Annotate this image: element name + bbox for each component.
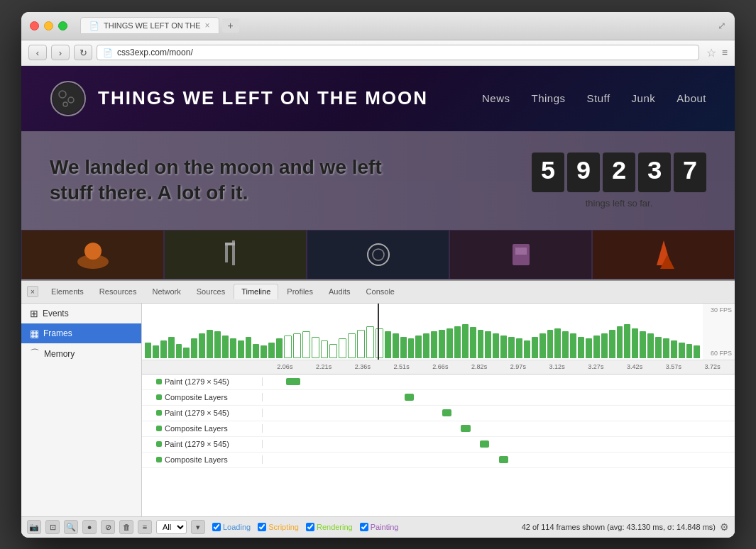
scripting-filter-label[interactable]: Scripting [258, 523, 299, 531]
counter-digit-4: 3 [638, 152, 671, 192]
event-color-dot-3 [156, 410, 162, 416]
event-color-dot-2 [156, 394, 162, 400]
thumbnail-2[interactable] [164, 230, 307, 279]
tab-elements[interactable]: Elements [44, 284, 91, 299]
bookmark-star-icon[interactable]: ☆ [706, 46, 716, 60]
traffic-lights [30, 21, 67, 30]
filter-dropdown-button[interactable]: ▾ [191, 520, 205, 534]
forward-button[interactable]: › [51, 45, 70, 60]
fps-bar [230, 338, 236, 358]
fps-bar [655, 337, 662, 358]
fps-bar [207, 330, 213, 358]
nav-link-news[interactable]: News [482, 92, 510, 104]
ruler-tick-2: 2.21s [305, 363, 344, 370]
browser-tab[interactable]: 📄 THINGS WE LEFT ON THE × [80, 17, 219, 34]
svg-point-10 [368, 244, 389, 265]
sidebar-item-memory[interactable]: ⌒ Memory [21, 343, 141, 365]
nav-link-about[interactable]: About [676, 92, 706, 104]
logo-area: THINGS WE LEFT ON THE MOON [50, 80, 428, 117]
nav-bar: ‹ › ↻ 📄 css3exp.com/moon/ ☆ ≡ [21, 40, 735, 66]
record-screenshot-button[interactable]: 📷 [27, 520, 41, 534]
tab-console[interactable]: Console [359, 284, 402, 299]
loading-filter-label[interactable]: Loading [212, 523, 251, 531]
fps-bar [302, 331, 310, 358]
event-label-4: Composite Layers [142, 424, 263, 433]
thumbnail-1[interactable] [21, 230, 164, 279]
table-row: Composite Layers [142, 421, 735, 437]
fps-bar [238, 340, 244, 358]
minimize-traffic-light[interactable] [44, 21, 53, 30]
fps-bar [312, 337, 319, 358]
timeline-events-list: Paint (1279 × 545) Composite Layers [142, 375, 735, 516]
scripting-checkbox[interactable] [258, 523, 266, 531]
sidebar-item-frames[interactable]: ▦ Frames [21, 323, 141, 343]
fps-bar [586, 338, 592, 358]
tab-title: THINGS WE LEFT ON THE [104, 21, 201, 30]
search-button[interactable]: 🔍 [64, 520, 78, 534]
fps-bar [671, 340, 677, 358]
record-button[interactable]: ● [82, 520, 97, 534]
url-bar[interactable]: 📄 css3exp.com/moon/ [97, 45, 699, 60]
back-button[interactable]: ‹ [28, 45, 47, 60]
event-color-dot-4 [156, 426, 162, 431]
painting-filter-label[interactable]: Painting [360, 523, 399, 531]
svg-point-11 [373, 249, 384, 260]
event-color-dot-6 [156, 457, 162, 462]
devtools-close-button[interactable]: × [27, 286, 38, 297]
rendering-filter-label[interactable]: Rendering [306, 523, 353, 531]
fps-bar [376, 328, 383, 358]
fps-bar [679, 343, 685, 358]
loading-checkbox[interactable] [212, 523, 221, 531]
event-label-1: Paint (1279 × 545) [142, 377, 263, 386]
title-bar: 📄 THINGS WE LEFT ON THE × + ⤢ [21, 12, 735, 40]
thumbnail-3[interactable] [307, 230, 449, 279]
fps-bar [284, 336, 292, 358]
close-traffic-light[interactable] [30, 21, 39, 30]
sidebar-item-events[interactable]: ⊞ Events [21, 304, 141, 323]
ruler-tick-8: 3.12s [537, 363, 576, 370]
rendering-checkbox[interactable] [306, 523, 314, 531]
new-tab-button[interactable]: + [222, 18, 239, 33]
maximize-traffic-light[interactable] [58, 21, 67, 30]
frames-status-text: 42 of 114 frames shown (avg: 43.130 ms, … [522, 523, 716, 531]
filter-select[interactable]: All [156, 520, 187, 534]
tab-icon: 📄 [89, 21, 99, 30]
tab-profiles[interactable]: Profiles [280, 284, 320, 299]
hero-text: We landed on the moon and we left stuff … [50, 155, 405, 206]
thumbnail-5[interactable] [592, 230, 735, 279]
refresh-button[interactable]: ↻ [74, 45, 92, 60]
tab-timeline[interactable]: Timeline [234, 284, 278, 299]
nav-link-stuff[interactable]: Stuff [587, 92, 610, 104]
event-label-2: Composite Layers [142, 393, 263, 401]
event-color-dot-5 [156, 441, 162, 447]
nav-link-things[interactable]: Things [531, 92, 565, 104]
settings-gear-icon[interactable]: ⚙ [720, 521, 729, 533]
resize-button[interactable]: ⤢ [718, 20, 726, 31]
event-block-2 [405, 394, 414, 401]
clear-button[interactable]: ⊡ [45, 520, 60, 534]
fps-bar [539, 333, 546, 358]
menu-icon[interactable]: ≡ [722, 47, 728, 58]
svg-rect-8 [225, 243, 228, 262]
tab-audits[interactable]: Audits [322, 284, 358, 299]
fps-bar [508, 337, 515, 358]
tab-resources[interactable]: Resources [92, 284, 144, 299]
delete-button[interactable]: 🗑 [119, 520, 133, 534]
hero-section: We landed on the moon and we left stuff … [21, 131, 735, 230]
tab-close-btn[interactable]: × [205, 21, 210, 30]
fps-bar [617, 326, 623, 358]
fps-bar [408, 338, 415, 358]
fps-bar [168, 337, 175, 358]
fps-bar [366, 326, 374, 358]
flame-chart-button[interactable]: ≡ [138, 520, 152, 534]
thumbnail-4[interactable] [449, 230, 592, 279]
tab-sources[interactable]: Sources [190, 284, 232, 299]
counter-digits: 5 9 2 3 7 [532, 152, 706, 192]
painting-checkbox[interactable] [360, 523, 368, 531]
nav-link-junk[interactable]: Junk [632, 92, 656, 104]
devtools-main: 30 FPS 60 FPS 2.06s 2.21s 2.36s 2.51s 2.… [142, 304, 735, 516]
fps-bar [329, 344, 337, 358]
tab-network[interactable]: Network [145, 284, 187, 299]
stop-button[interactable]: ⊘ [101, 520, 115, 534]
url-text: css3exp.com/moon/ [117, 48, 193, 57]
